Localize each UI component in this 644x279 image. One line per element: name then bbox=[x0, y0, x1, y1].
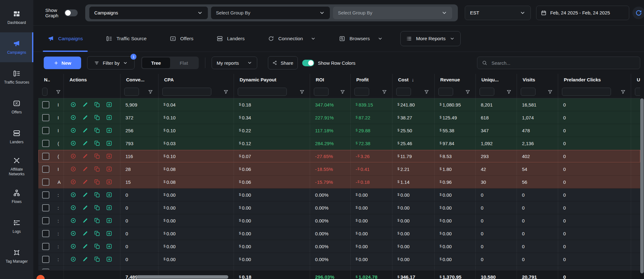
row-checkbox[interactable] bbox=[42, 204, 49, 211]
view-action-button[interactable] bbox=[70, 114, 76, 121]
table-row[interactable]: I5,909$0.04$0.18347.04%$839.15$241.80$1,… bbox=[38, 98, 640, 111]
view-action-button[interactable] bbox=[70, 217, 76, 224]
new-button[interactable]: New bbox=[44, 57, 81, 69]
table-row[interactable]: :0$0.00$0.000.00%$0.00$0.00$0.00000 bbox=[38, 214, 640, 227]
search-input[interactable] bbox=[491, 60, 636, 66]
tab-campaigns[interactable]: Campaigns bbox=[48, 26, 83, 52]
copy-action-button[interactable] bbox=[94, 217, 100, 224]
timezone-select[interactable]: EST bbox=[465, 6, 531, 20]
table-row[interactable]: :0$0.00$0.000.00%$0.00$0.00$0.00000 bbox=[38, 266, 640, 270]
table-row[interactable]: A15$0.08$0.06- 15.79%- $0.18$1.14$0.9630… bbox=[38, 176, 640, 189]
sidebar-item-flows[interactable]: Flows bbox=[0, 182, 33, 211]
table-row[interactable]: (793$0.03$0.12284.29%$72.38$25.46$97.841… bbox=[38, 137, 640, 150]
group-by-1-select[interactable]: Select Group By bbox=[211, 7, 330, 19]
sidebar-item-tag-manager[interactable]: Tag Manager bbox=[0, 241, 33, 271]
archive-action-button[interactable] bbox=[106, 166, 112, 172]
funnel-icon[interactable] bbox=[620, 89, 626, 95]
archive-action-button[interactable] bbox=[106, 256, 112, 262]
column-header-revenue[interactable]: Revenue bbox=[434, 74, 475, 85]
edit-action-button[interactable] bbox=[82, 243, 88, 249]
filter-input-name[interactable] bbox=[42, 88, 47, 96]
edit-action-button[interactable] bbox=[82, 205, 88, 211]
row-checkbox[interactable] bbox=[42, 217, 49, 224]
row-checkbox[interactable] bbox=[42, 166, 49, 173]
edit-action-button[interactable] bbox=[82, 101, 88, 108]
tab-traffic-source[interactable]: Traffic Source bbox=[106, 26, 147, 52]
edit-action-button[interactable] bbox=[82, 114, 88, 121]
column-header-visits[interactable]: Visits bbox=[517, 74, 558, 85]
column-header-roi[interactable]: ROI bbox=[310, 74, 350, 85]
view-action-button[interactable] bbox=[70, 179, 76, 185]
row-checkbox[interactable] bbox=[42, 101, 49, 108]
view-action-button[interactable] bbox=[70, 153, 76, 159]
column-header-prelander[interactable]: Prelander Clicks bbox=[558, 74, 631, 85]
tab-offers[interactable]: Offers bbox=[170, 26, 193, 52]
row-checkbox[interactable] bbox=[42, 114, 49, 121]
more-reports-button[interactable]: More Reports bbox=[400, 31, 461, 46]
archive-action-button[interactable] bbox=[106, 127, 112, 134]
share-button[interactable]: Share bbox=[268, 56, 298, 69]
archive-action-button[interactable] bbox=[106, 140, 112, 146]
archive-action-button[interactable] bbox=[106, 230, 112, 237]
table-row[interactable]: :0$0.00$0.000.00%$0.00$0.00$0.00000 bbox=[38, 253, 640, 266]
filter-input-cpa[interactable] bbox=[162, 88, 211, 96]
tree-view-button[interactable]: Tree bbox=[142, 57, 170, 68]
show-graph-toggle[interactable] bbox=[64, 9, 78, 16]
edit-action-button[interactable] bbox=[82, 166, 88, 172]
refresh-button[interactable] bbox=[632, 7, 644, 19]
copy-action-button[interactable] bbox=[94, 230, 100, 237]
view-action-button[interactable] bbox=[70, 243, 76, 249]
view-action-button[interactable] bbox=[70, 230, 76, 237]
column-header-cpa[interactable]: CPA bbox=[158, 74, 234, 85]
copy-action-button[interactable] bbox=[94, 256, 100, 262]
edit-action-button[interactable] bbox=[82, 153, 88, 159]
my-reports-select[interactable]: My reports bbox=[212, 57, 257, 69]
edit-action-button[interactable] bbox=[82, 192, 88, 198]
column-header-u_partial[interactable]: U bbox=[631, 74, 640, 85]
filter-by-button[interactable]: Filter by 1 bbox=[87, 56, 135, 69]
report-type-select[interactable]: Campaigns bbox=[89, 7, 208, 19]
view-action-button[interactable] bbox=[70, 101, 76, 108]
funnel-icon[interactable] bbox=[223, 89, 229, 95]
edit-action-button[interactable] bbox=[82, 127, 88, 134]
tab-landers[interactable]: Landers bbox=[217, 26, 245, 52]
copy-action-button[interactable] bbox=[94, 114, 100, 121]
copy-action-button[interactable] bbox=[94, 127, 100, 134]
table-row[interactable]: I372$0.10$0.34227.91%$87.22$38.27$125.49… bbox=[38, 111, 640, 124]
funnel-icon[interactable] bbox=[382, 89, 387, 95]
sidebar-item-dashboard[interactable]: Dashboard bbox=[0, 3, 33, 32]
vertical-scrollbar[interactable] bbox=[640, 98, 644, 273]
table-row[interactable]: :0$0.00$0.000.00%$0.00$0.00$0.00000 bbox=[38, 201, 640, 214]
date-range-picker[interactable]: Feb, 24 2025 - Feb, 24 2025 bbox=[536, 6, 629, 20]
archive-action-button[interactable] bbox=[106, 192, 112, 198]
column-header-profit[interactable]: Profit bbox=[350, 74, 392, 85]
table-row[interactable]: :0$0.00$0.000.00%$0.00$0.00$0.00000 bbox=[38, 227, 640, 240]
column-header-conversions[interactable]: Conve... bbox=[120, 74, 158, 85]
filter-input-roi[interactable] bbox=[314, 88, 329, 96]
archive-action-button[interactable] bbox=[106, 179, 112, 185]
archive-action-button[interactable] bbox=[106, 114, 112, 121]
sidebar-item-campaigns[interactable]: Campaigns bbox=[0, 32, 33, 62]
edit-action-button[interactable] bbox=[82, 217, 88, 224]
archive-action-button[interactable] bbox=[106, 217, 112, 224]
row-checkbox[interactable] bbox=[42, 153, 49, 160]
archive-action-button[interactable] bbox=[106, 153, 112, 159]
sidebar-item-traffic-sources[interactable]: Traffic Sources bbox=[0, 62, 33, 92]
view-action-button[interactable] bbox=[70, 166, 76, 172]
edit-action-button[interactable] bbox=[82, 140, 88, 146]
view-action-button[interactable] bbox=[70, 192, 76, 198]
tab-connection[interactable]: Connection bbox=[268, 26, 316, 52]
column-header-actions[interactable]: Actions bbox=[64, 74, 120, 85]
filter-input-u_partial[interactable] bbox=[635, 88, 640, 96]
table-row[interactable]: :0$0.00$0.000.00%$0.00$0.00$0.00000 bbox=[38, 189, 640, 201]
edit-action-button[interactable] bbox=[82, 230, 88, 237]
copy-action-button[interactable] bbox=[94, 101, 100, 108]
table-row[interactable]: (116$0.10$0.07- 27.65%- $3.26$11.79$8.53… bbox=[38, 150, 640, 163]
filter-input-revenue[interactable] bbox=[438, 88, 453, 96]
copy-action-button[interactable] bbox=[94, 140, 100, 146]
funnel-icon[interactable] bbox=[56, 89, 61, 95]
view-action-button[interactable] bbox=[70, 205, 76, 211]
funnel-icon[interactable] bbox=[424, 89, 429, 95]
table-row[interactable]: :0$0.00$0.000.00%$0.00$0.00$0.00000 bbox=[38, 240, 640, 253]
filter-input-uniques[interactable] bbox=[480, 88, 494, 96]
